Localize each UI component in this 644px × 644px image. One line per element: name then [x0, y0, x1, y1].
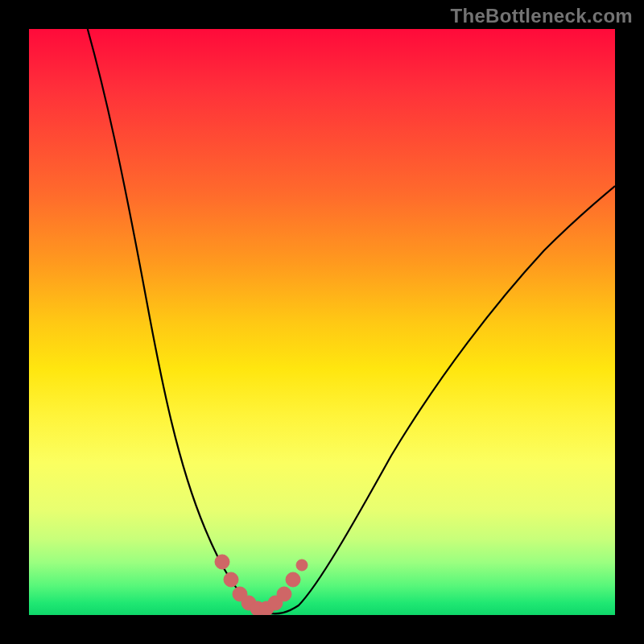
svg-point-8	[286, 572, 300, 587]
svg-point-0	[215, 555, 229, 569]
svg-point-7	[277, 587, 291, 601]
bottleneck-curve	[88, 29, 615, 613]
watermark-text: TheBottleneck.com	[451, 5, 633, 27]
outer-frame: TheBottleneck.com	[0, 0, 644, 644]
chart-svg	[29, 29, 615, 615]
svg-point-9	[296, 559, 308, 571]
svg-point-1	[224, 572, 238, 587]
highlighted-minimum-markers	[215, 555, 308, 615]
chart-plot-area	[29, 29, 615, 615]
